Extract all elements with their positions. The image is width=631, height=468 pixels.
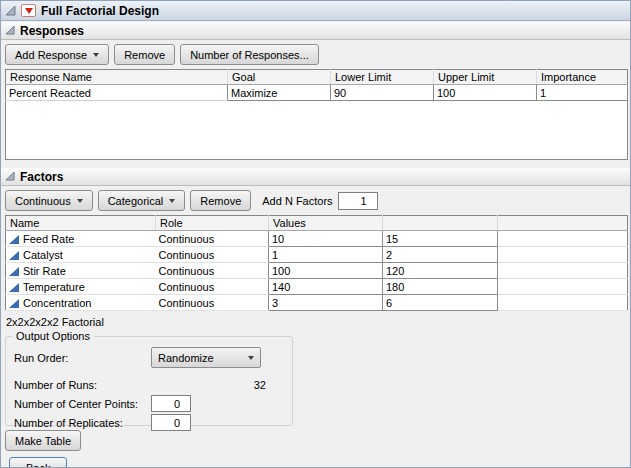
response-upper-limit-cell[interactable]: 100 [434, 85, 537, 101]
factor-high-value-cell[interactable]: 15 [383, 231, 498, 247]
responses-empty-area [6, 101, 628, 160]
factor-row: Feed Rate Continuous 10 15 [6, 231, 628, 247]
factor-row: Temperature Continuous 140 180 [6, 279, 628, 295]
factor-high-value-cell[interactable]: 2 [383, 247, 498, 263]
factor-name-cell[interactable]: Feed Rate [6, 231, 156, 247]
factor-name: Temperature [23, 281, 85, 293]
continuous-factor-icon [9, 234, 19, 244]
add-n-factors-label: Add N Factors [262, 195, 332, 207]
center-points-row: Number of Center Points: [14, 395, 286, 412]
responses-section-header: Responses [1, 22, 630, 40]
remove-response-label: Remove [124, 49, 165, 61]
continuous-factor-icon [9, 250, 19, 260]
number-of-runs-value: 32 [254, 379, 266, 391]
col-role: Role [156, 216, 269, 231]
factors-table: Name Role Values Feed Rate Continuous 10… [5, 215, 628, 311]
remove-response-button[interactable]: Remove [114, 44, 175, 65]
remove-factor-label: Remove [200, 195, 241, 207]
factor-name-cell[interactable]: Concentration [6, 295, 156, 311]
dropdown-arrow-icon [248, 356, 254, 360]
window-title: Full Factorial Design [41, 4, 159, 18]
add-response-label: Add Response [15, 49, 87, 61]
col-upper-limit: Upper Limit [434, 70, 537, 85]
run-order-row: Run Order: Randomize [14, 347, 286, 368]
continuous-factor-icon [9, 282, 19, 292]
factors-section-title: Factors [20, 170, 63, 184]
row-filler [498, 263, 628, 279]
factor-name-cell[interactable]: Catalyst [6, 247, 156, 263]
col-lower-limit: Lower Limit [331, 70, 434, 85]
factor-role-cell: Continuous [156, 279, 269, 295]
factors-toolbar: Continuous Categorical Remove Add N Fact… [5, 190, 626, 211]
response-lower-limit-cell[interactable]: 90 [331, 85, 434, 101]
response-name-cell[interactable]: Percent Reacted [6, 85, 228, 101]
disclosure-open-icon[interactable] [6, 6, 16, 16]
continuous-factor-icon [9, 266, 19, 276]
center-points-input[interactable] [151, 395, 191, 412]
factor-high-value-cell[interactable]: 180 [383, 279, 498, 295]
factor-low-value-cell[interactable]: 140 [269, 279, 383, 295]
add-categorical-factor-button[interactable]: Categorical [98, 190, 186, 211]
factor-row: Concentration Continuous 3 6 [6, 295, 628, 311]
continuous-label: Continuous [15, 195, 71, 207]
responses-header-row: Response Name Goal Lower Limit Upper Lim… [6, 70, 628, 85]
factor-row: Catalyst Continuous 1 2 [6, 247, 628, 263]
categorical-label: Categorical [108, 195, 164, 207]
factor-name: Concentration [23, 297, 92, 309]
factor-low-value-cell[interactable]: 100 [269, 263, 383, 279]
dropdown-arrow-icon [169, 199, 175, 203]
responses-section-title: Responses [20, 24, 84, 38]
factor-role-cell: Continuous [156, 295, 269, 311]
add-response-button[interactable]: Add Response [5, 44, 109, 65]
response-goal-cell[interactable]: Maximize [228, 85, 331, 101]
factor-name-cell[interactable]: Stir Rate [6, 263, 156, 279]
col-importance: Importance [537, 70, 628, 85]
factor-name-cell[interactable]: Temperature [6, 279, 156, 295]
row-filler [498, 247, 628, 263]
col-values: Values [269, 216, 383, 231]
red-triangle-glyph-icon [25, 8, 33, 14]
factor-low-value-cell[interactable]: 1 [269, 247, 383, 263]
factor-role-cell: Continuous [156, 247, 269, 263]
back-button[interactable]: Back [9, 457, 67, 468]
replicates-input[interactable] [151, 414, 191, 431]
back-label: Back [26, 462, 50, 468]
add-continuous-factor-button[interactable]: Continuous [5, 190, 93, 211]
row-filler [498, 231, 628, 247]
factor-name: Catalyst [23, 249, 63, 261]
factor-high-value-cell[interactable]: 6 [383, 295, 498, 311]
run-order-label: Run Order: [14, 352, 151, 364]
replicates-row: Number of Replicates: [14, 414, 286, 431]
replicates-label: Number of Replicates: [14, 417, 151, 429]
make-table-button[interactable]: Make Table [5, 430, 81, 451]
row-filler [498, 295, 628, 311]
number-of-runs-label: Number of Runs: [14, 379, 97, 391]
factor-name: Feed Rate [23, 233, 74, 245]
response-importance-cell[interactable]: 1 [537, 85, 628, 101]
factor-low-value-cell[interactable]: 3 [269, 295, 383, 311]
number-of-responses-label: Number of Responses... [190, 49, 309, 61]
remove-factor-button[interactable]: Remove [190, 190, 251, 211]
run-order-value: Randomize [158, 352, 214, 364]
dropdown-arrow-icon [93, 53, 99, 57]
responses-toolbar: Add Response Remove Number of Responses.… [5, 44, 626, 65]
run-order-dropdown[interactable]: Randomize [151, 347, 261, 368]
row-filler [498, 279, 628, 295]
disclosure-open-icon[interactable] [6, 172, 15, 181]
outline-titlebar: Full Factorial Design [1, 1, 630, 21]
dropdown-arrow-icon [77, 199, 83, 203]
number-of-runs-row: Number of Runs: 32 [14, 379, 266, 391]
number-of-responses-button[interactable]: Number of Responses... [180, 44, 319, 65]
continuous-factor-icon [9, 298, 19, 308]
output-options-title: Output Options [12, 330, 94, 342]
factor-low-value-cell[interactable]: 10 [269, 231, 383, 247]
red-triangle-menu-icon[interactable] [21, 4, 36, 17]
col-filler [498, 216, 628, 231]
design-summary-label: 2x2x2x2x2 Factorial [6, 316, 630, 328]
factors-section-header: Factors [1, 168, 630, 186]
add-n-factors-input[interactable] [338, 192, 378, 210]
factor-high-value-cell[interactable]: 120 [383, 263, 498, 279]
disclosure-open-icon[interactable] [6, 26, 15, 35]
factor-row: Stir Rate Continuous 100 120 [6, 263, 628, 279]
factor-role-cell: Continuous [156, 263, 269, 279]
